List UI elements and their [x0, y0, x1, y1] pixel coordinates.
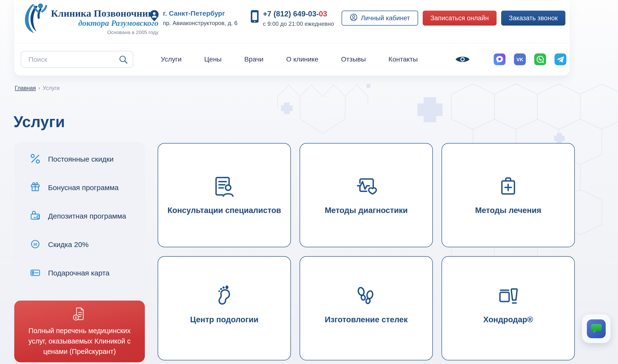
page-root: Клиника Позвоночника доктора Разумовског…: [0, 0, 618, 364]
site-search: [21, 51, 133, 68]
working-hours: с 9:00 до 21:00 ежедневно: [263, 21, 334, 27]
sidebar-item-bonus[interactable]: Бонусная программа: [30, 182, 145, 194]
nav-item-about[interactable]: О клинике: [286, 55, 318, 63]
sidebar-item-discount20[interactable]: 20 Скидка 20%: [30, 239, 145, 251]
book-online-button[interactable]: Записаться онлайн: [423, 11, 497, 26]
clinic-city: г. Санкт-Петербург: [163, 10, 238, 17]
chat-widget-button[interactable]: [582, 314, 611, 343]
service-card-label: Методы диагностики: [325, 206, 408, 215]
promo-sidebar: Постоянные скидки Бонусная программа: [14, 142, 145, 289]
header-actions: Личный кабинет Записаться онлайн Заказат…: [342, 11, 565, 26]
site-header: Клиника Позвоночника доктора Разумовског…: [14, 0, 570, 76]
chat-bubble-icon: [587, 319, 606, 338]
service-card-chondrodar[interactable]: Хондродар®: [442, 256, 575, 360]
service-card-consultations[interactable]: Консультации специалистов: [158, 143, 291, 247]
whatsapp-icon[interactable]: [534, 53, 546, 65]
breadcrumb-separator: ›: [38, 85, 40, 91]
sidebar-item-deposit[interactable]: Депозитная программа: [30, 210, 145, 222]
page-title: Услуги: [13, 113, 65, 131]
max-messenger-icon[interactable]: [494, 53, 506, 65]
user-circle-icon: [350, 13, 358, 23]
logo-title: Клиника Позвоночника: [51, 8, 159, 19]
clinic-street: пр. Авиаконструкторов, д. 6: [163, 20, 238, 26]
logo-subtitle: доктора Разумовского: [78, 19, 159, 27]
breadcrumb-current: Услуги: [42, 85, 60, 91]
search-icon[interactable]: [119, 55, 128, 65]
service-card-label: Центр подологии: [190, 315, 258, 324]
clinic-address-block: г. Санкт-Петербург пр. Авиаконструкторов…: [149, 10, 238, 26]
nav-item-services[interactable]: Услуги: [161, 55, 182, 63]
logo-since: Основана в 2005 году: [107, 29, 159, 35]
sidebar-item-giftcard[interactable]: Подарочная карта: [30, 267, 145, 279]
insoles-icon: [353, 284, 379, 309]
main-navigation: Услуги Цены Врачи О клинике Отзывы Конта…: [161, 55, 418, 63]
sidebar-item-discounts[interactable]: Постоянные скидки: [30, 153, 145, 165]
mobile-phone-icon: [250, 10, 259, 24]
nav-item-prices[interactable]: Цены: [204, 55, 222, 63]
breadcrumb-home-link[interactable]: Главная: [15, 85, 36, 91]
service-card-label: Хондродар®: [483, 315, 533, 324]
svg-text:$: $: [75, 316, 77, 319]
accessibility-eye-icon[interactable]: [455, 55, 470, 64]
telegram-icon[interactable]: [554, 53, 566, 65]
jar-tube-icon: [496, 284, 520, 309]
service-card-label: Изготовление стелек: [325, 315, 407, 324]
clinic-phone-block: +7 (812) 649-03-03 с 9:00 до 21:00 ежедн…: [250, 10, 334, 27]
percent-icon: [30, 153, 41, 165]
gift-icon: [30, 182, 41, 194]
service-card-podology[interactable]: Центр подологии: [158, 256, 291, 360]
svg-text:VK: VK: [517, 57, 523, 62]
header-top-row: Клиника Позвоночника доктора Разумовског…: [14, 0, 570, 43]
badge-20-icon: 20: [30, 239, 41, 251]
pulse-heart-icon: [354, 174, 378, 199]
wallet-icon: [30, 210, 41, 222]
foot-icon: [212, 284, 236, 309]
account-button[interactable]: Личный кабинет: [342, 11, 418, 26]
svg-text:20: 20: [33, 242, 37, 246]
search-input[interactable]: [28, 51, 118, 68]
service-card-insoles[interactable]: Изготовление стелек: [300, 256, 433, 360]
nav-item-contacts[interactable]: Контакты: [389, 55, 418, 63]
doc-person-icon: [212, 174, 236, 199]
nav-item-doctors[interactable]: Врачи: [244, 55, 263, 63]
service-card-label: Методы лечения: [475, 206, 541, 215]
price-document-icon: $: [72, 306, 88, 323]
nav-item-reviews[interactable]: Отзывы: [341, 55, 366, 63]
vk-icon[interactable]: VK: [514, 53, 526, 65]
logo-figure-icon: [22, 1, 50, 36]
pricelist-button[interactable]: $ Полный перечень медицинских услуг, ока…: [14, 300, 145, 362]
pricelist-label: Полный перечень медицинских услуг, оказы…: [25, 326, 134, 357]
phone-number-accent: 03: [319, 10, 327, 18]
phone-number[interactable]: +7 (812) 649-03-03: [263, 10, 334, 18]
gift-card-icon: [30, 267, 41, 279]
service-card-label: Консультации специалистов: [168, 206, 281, 215]
social-links: VK: [494, 53, 566, 65]
medical-bag-icon: [496, 174, 520, 199]
breadcrumb: Главная › Услуги: [15, 85, 60, 91]
header-nav-row: Услуги Цены Врачи О клинике Отзывы Конта…: [14, 43, 570, 76]
request-call-button[interactable]: Заказать звонок: [501, 11, 565, 26]
map-pin-icon: [149, 10, 159, 23]
clinic-logo[interactable]: Клиника Позвоночника доктора Разумовског…: [22, 1, 159, 36]
service-card-treatment[interactable]: Методы лечения: [442, 143, 575, 247]
service-card-diagnostics[interactable]: Методы диагностики: [300, 143, 433, 247]
